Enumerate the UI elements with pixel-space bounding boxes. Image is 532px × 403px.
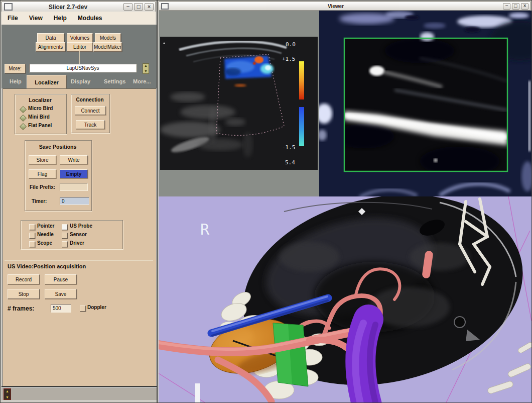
track-button[interactable]: Track bbox=[76, 120, 105, 129]
menu-modules[interactable]: Modules bbox=[78, 15, 102, 22]
viewer-window: Viewer − □ × bbox=[157, 0, 532, 403]
empty-button[interactable]: Empty bbox=[60, 169, 88, 178]
stop-button[interactable]: Stop bbox=[8, 289, 40, 299]
module-button-editor[interactable]: Editor bbox=[67, 42, 93, 52]
slicer-titlebar[interactable]: Slicer 2.7-dev − □ × bbox=[2, 2, 156, 12]
separator bbox=[5, 260, 153, 261]
scale-bottom-value: 5.4 bbox=[285, 159, 295, 166]
connector-line bbox=[79, 51, 80, 64]
flag-button[interactable]: Flag bbox=[29, 169, 56, 178]
more-module-button[interactable]: More: bbox=[5, 64, 26, 73]
timer-field[interactable]: 0 bbox=[60, 197, 89, 205]
three-d-view-panel[interactable]: R bbox=[159, 196, 531, 402]
slicer-window: Slicer 2.7-dev − □ × File View Help Modu… bbox=[0, 0, 157, 403]
orientation-label-right: R bbox=[200, 221, 210, 238]
close-button[interactable]: × bbox=[145, 3, 154, 11]
needle-checkbox[interactable] bbox=[29, 233, 35, 239]
pause-button[interactable]: Pause bbox=[45, 274, 77, 284]
status-strip bbox=[2, 387, 157, 400]
radio-micro-bird-label[interactable]: Micro Bird bbox=[28, 106, 53, 111]
sensor-label[interactable]: Sensor bbox=[70, 232, 87, 237]
radio-flat-panel-label[interactable]: Flat Panel bbox=[28, 123, 52, 128]
minimize-button[interactable]: − bbox=[123, 3, 132, 11]
frames-field[interactable]: 500 bbox=[51, 304, 71, 313]
doppler-velocity-scale: 0.0 +1.5 -1.5 5.4 bbox=[282, 41, 304, 166]
write-button[interactable]: Write bbox=[60, 155, 88, 164]
window-title: Slicer 2.7-dev bbox=[13, 4, 123, 11]
tab-display[interactable]: Display bbox=[71, 78, 90, 84]
module-button-data[interactable]: Data bbox=[37, 33, 64, 43]
module-select-entry[interactable]: LapUSNavSys bbox=[29, 64, 137, 72]
record-button[interactable]: Record bbox=[8, 274, 40, 284]
doppler-flow-region bbox=[224, 56, 274, 87]
ultrasound-view-panel[interactable]: 0.0 +1.5 -1.5 5.4 bbox=[159, 11, 319, 196]
viewer-titlebar[interactable]: Viewer − □ × bbox=[159, 2, 530, 11]
desktop: Slicer 2.7-dev − □ × File View Help Modu… bbox=[0, 0, 532, 403]
acquisition-title: US Video:Position acquisition bbox=[8, 263, 86, 269]
tab-help[interactable]: Help bbox=[10, 78, 22, 84]
spin-up-icon[interactable]: ▲ bbox=[144, 64, 148, 67]
viewer-close-button[interactable]: × bbox=[521, 3, 528, 10]
menubar: File View Help Modules bbox=[2, 12, 156, 25]
tab-more[interactable]: More... bbox=[133, 78, 151, 84]
viewer-minimize-button[interactable]: − bbox=[503, 3, 510, 10]
scrollbar-stepper[interactable]: ▲ ▼ bbox=[4, 388, 11, 400]
sensor-checkbox[interactable] bbox=[62, 233, 68, 239]
tab-localizer-active[interactable]: Localizer bbox=[27, 75, 67, 89]
pointer-label[interactable]: Pointer bbox=[37, 223, 54, 229]
timer-label: Timer: bbox=[32, 198, 47, 204]
module-button-volumes[interactable]: Volumes bbox=[67, 33, 93, 43]
save-positions-title: Save Positions bbox=[25, 144, 91, 150]
connect-button[interactable]: Connect bbox=[75, 106, 106, 115]
doppler-label[interactable]: Doppler bbox=[87, 305, 106, 310]
frames-label: # frames: bbox=[8, 305, 34, 312]
pointer-checkbox[interactable] bbox=[29, 224, 35, 230]
viewer-window-menu-icon[interactable] bbox=[161, 3, 169, 10]
us-probe-label[interactable]: US Probe bbox=[70, 223, 92, 229]
scope-checkbox[interactable] bbox=[29, 241, 35, 247]
scroll-up-icon[interactable]: ▲ bbox=[6, 389, 9, 393]
positive-flow-colorbar bbox=[299, 61, 304, 99]
scan-plane-green bbox=[273, 323, 308, 386]
window-menu-icon[interactable] bbox=[4, 3, 13, 11]
file-prefix-label: File Prefix: bbox=[30, 184, 55, 190]
save-button[interactable]: Save bbox=[45, 289, 77, 299]
module-button-models[interactable]: Models bbox=[95, 33, 121, 43]
doppler-checkbox[interactable] bbox=[80, 306, 86, 312]
negative-flow-colorbar bbox=[299, 107, 304, 146]
localizer-group-title: Localizer bbox=[15, 97, 66, 103]
scope-label[interactable]: Scope bbox=[37, 240, 52, 246]
scale-top-value: 0.0 bbox=[286, 41, 296, 48]
tissue-speckle bbox=[160, 92, 253, 157]
ct-slice-image[interactable] bbox=[319, 11, 531, 196]
store-button[interactable]: Store bbox=[29, 155, 56, 164]
module-button-alignments[interactable]: Alignments bbox=[36, 42, 65, 52]
tab-settings[interactable]: Settings bbox=[104, 78, 125, 84]
file-prefix-field[interactable] bbox=[60, 183, 88, 191]
menu-file[interactable]: File bbox=[8, 15, 18, 22]
menu-view[interactable]: View bbox=[29, 15, 43, 22]
scroll-down-icon[interactable]: ▼ bbox=[6, 395, 9, 399]
driver-checkbox[interactable] bbox=[62, 241, 68, 247]
tool-purple bbox=[355, 320, 375, 402]
driver-label[interactable]: Driver bbox=[70, 240, 84, 246]
radio-mini-bird-label[interactable]: Mini Bird bbox=[28, 114, 50, 120]
spin-down-icon[interactable]: ▼ bbox=[144, 70, 148, 73]
us-probe-checkbox[interactable] bbox=[62, 224, 68, 230]
scale-positive-value: +1.5 bbox=[282, 56, 296, 62]
viewer-maximize-button[interactable]: □ bbox=[512, 3, 519, 10]
three-d-scene[interactable]: R bbox=[159, 196, 531, 402]
scale-negative-value: -1.5 bbox=[282, 144, 296, 151]
ct-slice-panel[interactable] bbox=[319, 11, 531, 196]
needle-label[interactable]: Needle bbox=[37, 232, 54, 237]
orientation-label-inferior-partial bbox=[195, 383, 200, 402]
maximize-button[interactable]: □ bbox=[134, 3, 143, 11]
menu-help[interactable]: Help bbox=[54, 15, 67, 22]
connection-group-title: Connection bbox=[71, 97, 109, 103]
module-spinner[interactable]: ▲ ▼ bbox=[143, 63, 149, 74]
viewer-window-title: Viewer bbox=[169, 4, 503, 9]
ultrasound-image[interactable]: 0.0 +1.5 -1.5 5.4 bbox=[160, 37, 318, 170]
module-button-modelmaker[interactable]: ModelMaker bbox=[93, 42, 122, 52]
